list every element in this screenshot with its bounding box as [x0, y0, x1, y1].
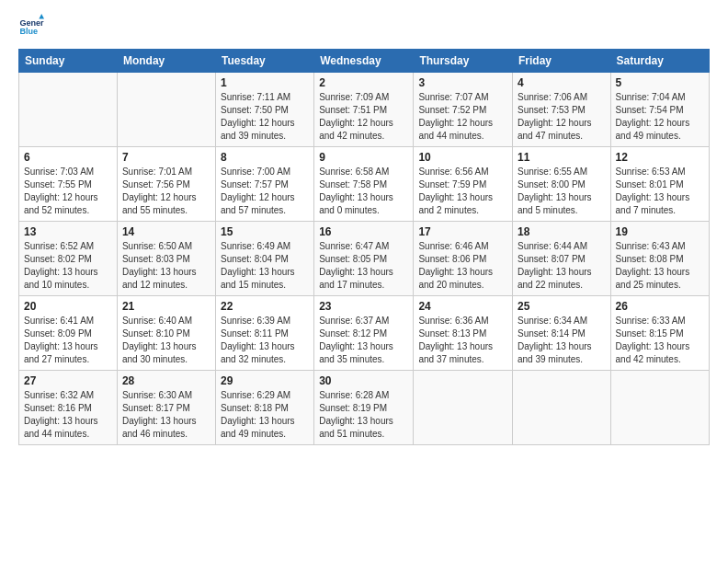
day-number: 1: [221, 76, 309, 89]
day-number: 28: [122, 374, 210, 387]
day-number: 19: [616, 225, 704, 238]
calendar-cell: 23Sunrise: 6:37 AM Sunset: 8:12 PM Dayli…: [314, 296, 414, 371]
weekday-header: Monday: [117, 50, 215, 73]
calendar-cell: 29Sunrise: 6:29 AM Sunset: 8:18 PM Dayli…: [215, 371, 313, 445]
day-info: Sunrise: 6:33 AM Sunset: 8:15 PM Dayligh…: [616, 315, 704, 366]
day-number: 16: [319, 225, 408, 238]
calendar-cell: [414, 371, 513, 445]
day-number: 25: [518, 300, 606, 313]
day-info: Sunrise: 6:34 AM Sunset: 8:14 PM Dayligh…: [518, 315, 606, 366]
day-number: 3: [418, 76, 507, 89]
calendar-table: SundayMondayTuesdayWednesdayThursdayFrid…: [18, 49, 710, 445]
calendar-cell: 27Sunrise: 6:32 AM Sunset: 8:16 PM Dayli…: [19, 371, 118, 445]
calendar-week-row: 13Sunrise: 6:52 AM Sunset: 8:02 PM Dayli…: [19, 222, 710, 296]
day-number: 8: [221, 151, 309, 164]
day-number: 17: [418, 225, 507, 238]
weekday-header: Sunday: [19, 50, 118, 73]
day-info: Sunrise: 6:44 AM Sunset: 8:07 PM Dayligh…: [518, 240, 606, 292]
day-info: Sunrise: 6:40 AM Sunset: 8:10 PM Dayligh…: [122, 315, 210, 366]
weekday-header: Friday: [512, 50, 610, 73]
day-number: 13: [24, 225, 112, 238]
day-info: Sunrise: 6:52 AM Sunset: 8:02 PM Dayligh…: [24, 240, 112, 292]
day-info: Sunrise: 7:01 AM Sunset: 7:56 PM Dayligh…: [122, 166, 210, 217]
calendar-cell: 24Sunrise: 6:36 AM Sunset: 8:13 PM Dayli…: [414, 296, 513, 371]
day-number: 4: [518, 76, 606, 89]
day-number: 7: [122, 151, 210, 164]
calendar-week-row: 20Sunrise: 6:41 AM Sunset: 8:09 PM Dayli…: [19, 296, 710, 371]
calendar-cell: 16Sunrise: 6:47 AM Sunset: 8:05 PM Dayli…: [314, 222, 414, 296]
calendar-cell: [117, 73, 215, 147]
logo: General Blue: [18, 14, 46, 40]
day-info: Sunrise: 6:50 AM Sunset: 8:03 PM Dayligh…: [122, 240, 210, 292]
day-number: 2: [319, 76, 408, 89]
calendar-cell: 10Sunrise: 6:56 AM Sunset: 7:59 PM Dayli…: [414, 147, 513, 222]
svg-text:General: General: [19, 18, 44, 28]
day-info: Sunrise: 6:28 AM Sunset: 8:19 PM Dayligh…: [319, 389, 408, 441]
day-info: Sunrise: 7:11 AM Sunset: 7:50 PM Dayligh…: [221, 91, 309, 143]
calendar-cell: [610, 371, 709, 445]
calendar-cell: 1Sunrise: 7:11 AM Sunset: 7:50 PM Daylig…: [215, 73, 313, 147]
day-info: Sunrise: 7:09 AM Sunset: 7:51 PM Dayligh…: [319, 91, 408, 143]
calendar-cell: 8Sunrise: 7:00 AM Sunset: 7:57 PM Daylig…: [215, 147, 313, 222]
calendar-cell: 7Sunrise: 7:01 AM Sunset: 7:56 PM Daylig…: [117, 147, 215, 222]
calendar-cell: 28Sunrise: 6:30 AM Sunset: 8:17 PM Dayli…: [117, 371, 215, 445]
calendar-cell: 14Sunrise: 6:50 AM Sunset: 8:03 PM Dayli…: [117, 222, 215, 296]
calendar-cell: 15Sunrise: 6:49 AM Sunset: 8:04 PM Dayli…: [215, 222, 313, 296]
page-header: General Blue: [18, 14, 710, 40]
day-info: Sunrise: 6:37 AM Sunset: 8:12 PM Dayligh…: [319, 315, 408, 366]
day-info: Sunrise: 6:36 AM Sunset: 8:13 PM Dayligh…: [418, 315, 507, 366]
day-number: 27: [24, 374, 112, 387]
calendar-cell: 11Sunrise: 6:55 AM Sunset: 8:00 PM Dayli…: [512, 147, 610, 222]
day-number: 30: [319, 374, 408, 387]
day-info: Sunrise: 7:06 AM Sunset: 7:53 PM Dayligh…: [518, 91, 606, 143]
day-info: Sunrise: 6:43 AM Sunset: 8:08 PM Dayligh…: [616, 240, 704, 292]
calendar-cell: 12Sunrise: 6:53 AM Sunset: 8:01 PM Dayli…: [610, 147, 709, 222]
calendar-cell: [512, 371, 610, 445]
weekday-header: Wednesday: [314, 50, 414, 73]
day-info: Sunrise: 6:46 AM Sunset: 8:06 PM Dayligh…: [418, 240, 507, 292]
day-number: 6: [24, 151, 112, 164]
weekday-header: Thursday: [414, 50, 513, 73]
day-number: 22: [221, 300, 309, 313]
day-info: Sunrise: 6:53 AM Sunset: 8:01 PM Dayligh…: [616, 166, 704, 217]
calendar-cell: 30Sunrise: 6:28 AM Sunset: 8:19 PM Dayli…: [314, 371, 414, 445]
calendar-cell: 2Sunrise: 7:09 AM Sunset: 7:51 PM Daylig…: [314, 73, 414, 147]
weekday-header: Saturday: [610, 50, 709, 73]
calendar-cell: 6Sunrise: 7:03 AM Sunset: 7:55 PM Daylig…: [19, 147, 118, 222]
day-number: 14: [122, 225, 210, 238]
calendar-cell: 22Sunrise: 6:39 AM Sunset: 8:11 PM Dayli…: [215, 296, 313, 371]
day-number: 21: [122, 300, 210, 313]
calendar-cell: 9Sunrise: 6:58 AM Sunset: 7:58 PM Daylig…: [314, 147, 414, 222]
day-info: Sunrise: 6:29 AM Sunset: 8:18 PM Dayligh…: [221, 389, 309, 441]
day-number: 23: [319, 300, 408, 313]
day-number: 15: [221, 225, 309, 238]
calendar-cell: [19, 73, 118, 147]
day-number: 12: [616, 151, 704, 164]
day-info: Sunrise: 7:00 AM Sunset: 7:57 PM Dayligh…: [221, 166, 309, 217]
calendar-cell: 17Sunrise: 6:46 AM Sunset: 8:06 PM Dayli…: [414, 222, 513, 296]
day-number: 9: [319, 151, 408, 164]
calendar-cell: 3Sunrise: 7:07 AM Sunset: 7:52 PM Daylig…: [414, 73, 513, 147]
calendar-week-row: 27Sunrise: 6:32 AM Sunset: 8:16 PM Dayli…: [19, 371, 710, 445]
day-number: 24: [418, 300, 507, 313]
day-info: Sunrise: 6:55 AM Sunset: 8:00 PM Dayligh…: [518, 166, 606, 217]
calendar-cell: 5Sunrise: 7:04 AM Sunset: 7:54 PM Daylig…: [610, 73, 709, 147]
calendar-week-row: 1Sunrise: 7:11 AM Sunset: 7:50 PM Daylig…: [19, 73, 710, 147]
calendar-cell: 20Sunrise: 6:41 AM Sunset: 8:09 PM Dayli…: [19, 296, 118, 371]
day-number: 20: [24, 300, 112, 313]
day-info: Sunrise: 6:47 AM Sunset: 8:05 PM Dayligh…: [319, 240, 408, 292]
weekday-header: Tuesday: [215, 50, 313, 73]
logo-icon: General Blue: [18, 14, 44, 40]
calendar-cell: 21Sunrise: 6:40 AM Sunset: 8:10 PM Dayli…: [117, 296, 215, 371]
day-number: 10: [418, 151, 507, 164]
day-info: Sunrise: 6:41 AM Sunset: 8:09 PM Dayligh…: [24, 315, 112, 366]
day-number: 29: [221, 374, 309, 387]
day-info: Sunrise: 6:56 AM Sunset: 7:59 PM Dayligh…: [418, 166, 507, 217]
day-number: 26: [616, 300, 704, 313]
calendar-week-row: 6Sunrise: 7:03 AM Sunset: 7:55 PM Daylig…: [19, 147, 710, 222]
day-info: Sunrise: 7:03 AM Sunset: 7:55 PM Dayligh…: [24, 166, 112, 217]
calendar-cell: 19Sunrise: 6:43 AM Sunset: 8:08 PM Dayli…: [610, 222, 709, 296]
calendar-cell: 18Sunrise: 6:44 AM Sunset: 8:07 PM Dayli…: [512, 222, 610, 296]
day-info: Sunrise: 6:32 AM Sunset: 8:16 PM Dayligh…: [24, 389, 112, 441]
day-number: 11: [518, 151, 606, 164]
